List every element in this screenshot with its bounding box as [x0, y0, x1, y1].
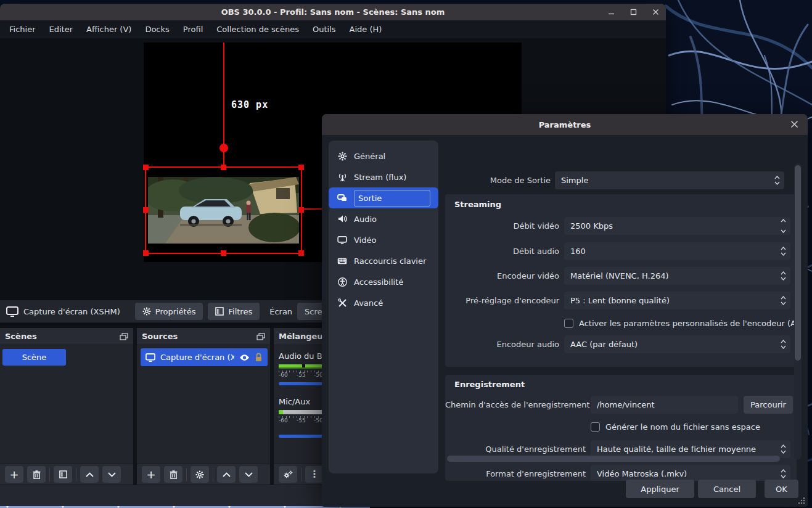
video-encoder-combo[interactable]: Matériel (NVENC, H.264) — [564, 267, 790, 285]
source-properties-button[interactable] — [191, 466, 209, 483]
close-button[interactable] — [651, 8, 660, 17]
audio-bitrate-spinbox[interactable]: 160 — [564, 242, 790, 260]
popout-icon[interactable] — [120, 333, 128, 340]
selection-handle-bottom-center[interactable] — [221, 250, 226, 256]
chevron-up-icon — [781, 444, 786, 448]
settings-tab-general[interactable]: Général — [329, 145, 438, 166]
menu-profil[interactable]: Profil — [176, 20, 210, 38]
custom-encoder-checkbox[interactable] — [564, 319, 573, 328]
popout-icon[interactable] — [256, 333, 265, 340]
selection-handle-top-center[interactable] — [221, 165, 226, 170]
visibility-eye-icon[interactable] — [239, 354, 250, 361]
main-window-titlebar[interactable]: OBS 30.0.0 - Profil: Sans nom - Scènes: … — [0, 4, 666, 20]
spinner-arrows[interactable] — [781, 440, 786, 458]
speaker-icon — [337, 215, 348, 223]
source-list-item[interactable]: Capture d'écran (XS — [141, 348, 268, 366]
settings-tab-stream[interactable]: Stream (flux) — [329, 166, 438, 187]
gear-icon — [337, 152, 348, 161]
lock-icon[interactable] — [255, 353, 263, 362]
settings-tab-label: Accessibilité — [354, 277, 403, 287]
properties-button[interactable]: Propriétés — [135, 303, 203, 320]
menu-collection-scenes[interactable]: Collection de scènes — [210, 20, 306, 38]
tick-label: -60 — [279, 372, 288, 378]
mixer-panel-title: Mélangeu — [279, 332, 323, 341]
output-mode-combo[interactable]: Simple — [555, 171, 784, 189]
filters-button[interactable]: Filtres — [208, 303, 260, 320]
spinner-arrows[interactable] — [781, 465, 786, 481]
settings-tab-label: Audio — [354, 215, 377, 224]
selection-handle-middle-left[interactable] — [143, 207, 149, 213]
move-scene-down-button[interactable] — [102, 466, 121, 483]
audio-bitrate-value: 160 — [570, 247, 586, 256]
chevron-up-icon — [774, 176, 780, 179]
settings-tab-audio[interactable]: Audio — [329, 208, 438, 229]
scene-filters-button[interactable] — [54, 466, 72, 483]
selection-handle-top-left[interactable] — [143, 165, 149, 170]
encoder-preset-combo[interactable]: P5 : Lent (bonne qualité) — [564, 292, 790, 309]
remove-source-button[interactable] — [164, 466, 182, 483]
ok-button[interactable]: OK — [765, 480, 798, 498]
maximize-button[interactable] — [629, 8, 638, 17]
horizontal-scrollbar[interactable] — [447, 456, 780, 462]
tick-label: -55 — [297, 417, 306, 424]
source-selection-box[interactable] — [145, 166, 302, 254]
menu-fichier[interactable]: Fichier — [2, 20, 43, 38]
settings-tab-advanced[interactable]: Avancé — [329, 292, 438, 313]
move-source-up-button[interactable] — [217, 466, 236, 483]
selection-handle-top-right[interactable] — [298, 165, 304, 170]
video-bitrate-spinbox[interactable]: 2500 Kbps — [564, 217, 790, 235]
selection-handle-bottom-left[interactable] — [143, 250, 149, 256]
spinner-arrows[interactable] — [781, 335, 786, 353]
distance-measure-label: 630 px — [231, 99, 268, 110]
minimize-button[interactable] — [607, 8, 615, 17]
spinner-arrows[interactable] — [781, 217, 786, 235]
settings-dialog-titlebar[interactable]: Paramètres — [322, 114, 808, 135]
remove-scene-button[interactable] — [27, 466, 46, 483]
menu-afficher[interactable]: Afficher (V) — [80, 20, 138, 38]
settings-tab-video[interactable]: Vidéo — [329, 229, 438, 250]
chevron-down-icon — [781, 252, 786, 256]
resize-grip[interactable] — [798, 497, 805, 504]
spinner-arrows[interactable] — [781, 267, 786, 285]
recording-format-value: Vidéo Matroska (.mkv) — [597, 469, 687, 478]
mixer-menu-button[interactable]: ⋮ — [305, 466, 324, 483]
recording-format-combo[interactable]: Vidéo Matroska (.mkv) — [591, 465, 790, 481]
menu-aide[interactable]: Aide (H) — [343, 20, 389, 38]
monitor-icon — [146, 353, 155, 362]
settings-tab-accessibility[interactable]: Accessibilité — [329, 271, 438, 292]
mixer-settings-button[interactable] — [279, 466, 297, 483]
spinner-arrows[interactable] — [774, 171, 780, 189]
settings-tab-label: Avancé — [354, 298, 383, 308]
menu-docks[interactable]: Docks — [138, 20, 176, 38]
menu-editer[interactable]: Editer — [43, 20, 80, 38]
scene-list-item[interactable]: Scène — [2, 349, 66, 366]
settings-tab-output[interactable]: Sortie — [329, 187, 438, 208]
settings-tab-hotkeys[interactable]: Raccourcis clavier — [329, 250, 438, 271]
chevron-up-icon — [781, 340, 786, 343]
audio-encoder-combo[interactable]: AAC (par défaut) — [564, 335, 790, 353]
output-icon — [337, 194, 348, 202]
settings-tab-label: Général — [354, 152, 385, 161]
monitor-icon — [337, 236, 348, 244]
settings-dialog-title: Paramètres — [539, 120, 591, 129]
filename-no-space-checkbox[interactable] — [591, 422, 600, 432]
settings-close-button[interactable] — [790, 120, 799, 129]
chevron-down-icon — [108, 472, 116, 477]
move-scene-up-button[interactable] — [80, 466, 99, 483]
apply-button[interactable]: Appliquer — [626, 480, 694, 498]
menu-outils[interactable]: Outils — [306, 20, 343, 38]
spinner-arrows[interactable] — [781, 242, 786, 260]
add-scene-button[interactable]: + — [5, 466, 23, 483]
chevron-up-icon — [781, 219, 786, 223]
recording-path-input[interactable] — [591, 396, 738, 414]
add-source-button[interactable]: + — [142, 466, 160, 483]
streaming-group: Streaming Débit vidéo 2500 Kbps Débit au… — [445, 194, 797, 367]
spinner-arrows[interactable] — [781, 292, 786, 309]
cancel-button[interactable]: Cancel — [698, 480, 756, 498]
move-source-down-button[interactable] — [239, 466, 258, 483]
browse-button[interactable]: Parcourir — [744, 396, 793, 414]
vertical-scrollbar-thumb[interactable] — [795, 165, 801, 361]
settings-tab-label: Vidéo — [354, 236, 376, 245]
selection-handle-bottom-right[interactable] — [298, 250, 304, 256]
vertical-scrollbar-track[interactable] — [794, 163, 802, 459]
